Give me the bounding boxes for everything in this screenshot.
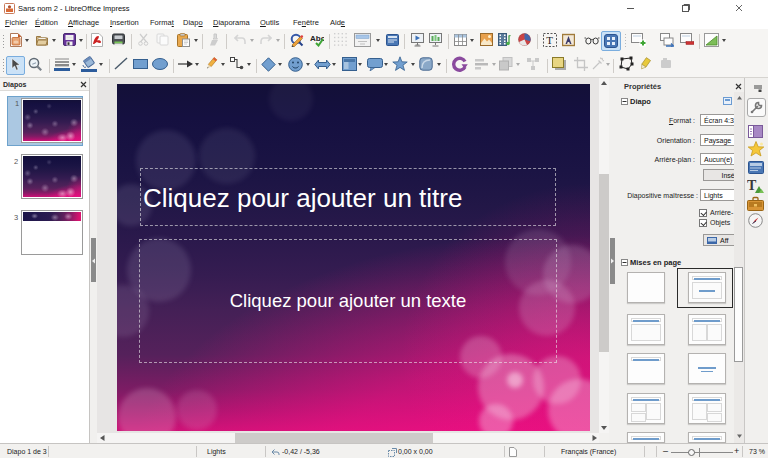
svg-text:T: T bbox=[747, 178, 757, 193]
